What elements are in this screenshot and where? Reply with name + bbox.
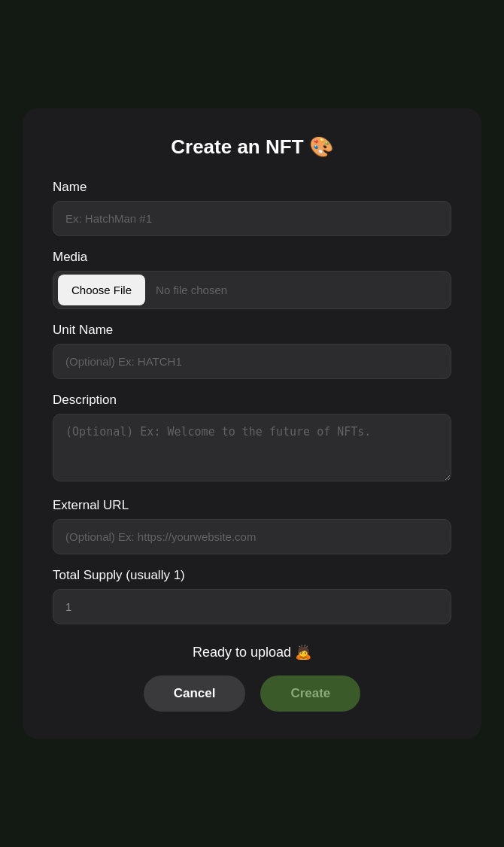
unit-name-input[interactable] xyxy=(53,344,451,379)
choose-file-button[interactable]: Choose File xyxy=(58,275,145,305)
modal-title: Create an NFT 🎨 xyxy=(53,135,451,159)
description-input[interactable] xyxy=(53,414,451,481)
cancel-button[interactable]: Cancel xyxy=(144,675,246,712)
name-input[interactable] xyxy=(53,201,451,236)
create-nft-modal: Create an NFT 🎨 Name Media Choose File N… xyxy=(23,108,481,739)
media-label: Media xyxy=(53,250,451,265)
name-label: Name xyxy=(53,180,451,195)
description-field-group: Description xyxy=(53,393,451,484)
create-button[interactable]: Create xyxy=(260,675,360,712)
total-supply-field-group: Total Supply (usually 1) xyxy=(53,568,451,624)
no-file-text: No file chosen xyxy=(150,284,227,296)
button-row: Cancel Create xyxy=(53,675,451,712)
external-url-field-group: External URL xyxy=(53,498,451,554)
unit-name-field-group: Unit Name xyxy=(53,323,451,379)
description-label: Description xyxy=(53,393,451,408)
external-url-input[interactable] xyxy=(53,519,451,554)
external-url-label: External URL xyxy=(53,498,451,513)
total-supply-label: Total Supply (usually 1) xyxy=(53,568,451,583)
unit-name-label: Unit Name xyxy=(53,323,451,338)
file-input-wrapper: Choose File No file chosen xyxy=(53,271,451,309)
media-field-group: Media Choose File No file chosen xyxy=(53,250,451,309)
name-field-group: Name xyxy=(53,180,451,236)
total-supply-input[interactable] xyxy=(53,589,451,624)
ready-text: Ready to upload 🙇 xyxy=(53,644,451,660)
